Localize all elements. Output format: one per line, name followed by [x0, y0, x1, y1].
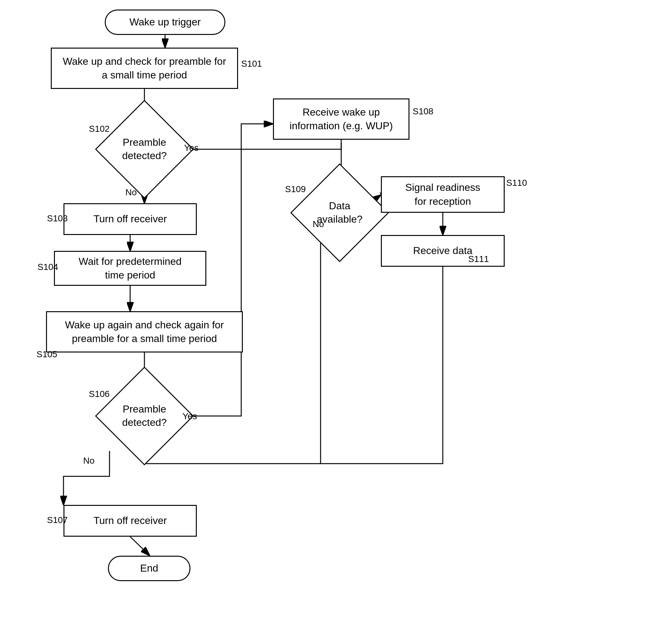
s109-label: Dataavailable? [306, 179, 374, 247]
s110-node: Signal readinessfor reception [381, 176, 505, 213]
s104-label: Wait for predeterminedtime period [79, 255, 182, 282]
s103-node: Turn off receiver [63, 203, 197, 235]
s107-label: Turn off receiver [93, 514, 167, 527]
s109-step: S109 [285, 184, 306, 194]
yes-s102-label: Yes [184, 143, 199, 153]
s109-node: Dataavailable? [290, 163, 389, 262]
s102-step: S102 [89, 124, 110, 134]
s107-step: S107 [47, 515, 68, 525]
s111-label: Receive data [413, 244, 473, 258]
s101-step: S101 [241, 59, 262, 69]
no-s109-label: No [313, 219, 324, 229]
s105-step: S105 [36, 349, 57, 359]
s102-label: Preambledetected? [111, 115, 178, 183]
s104-step: S104 [37, 262, 58, 272]
svg-line-7 [130, 537, 149, 555]
s108-step: S108 [413, 107, 433, 117]
wake-trigger-node: Wake up trigger [105, 9, 225, 35]
s103-step: S103 [47, 213, 68, 224]
s110-label: Signal readinessfor reception [405, 181, 480, 208]
s105-label: Wake up again and check again forpreambl… [65, 318, 224, 346]
s106-label: Preambledetected? [111, 382, 178, 450]
wake-trigger-label: Wake up trigger [129, 15, 201, 29]
s101-label: Wake up and check for preamble fora smal… [63, 55, 226, 82]
s105-node: Wake up again and check again forpreambl… [46, 311, 243, 352]
no-s102-label: No [125, 187, 137, 198]
s107-node: Turn off receiver [63, 505, 197, 537]
no-s106-label: No [83, 456, 95, 466]
s106-node: Preambledetected? [95, 367, 194, 465]
s111-step: S111 [468, 254, 489, 264]
yes-s106-label: Yes [183, 411, 197, 421]
s103-label: Turn off receiver [93, 212, 167, 226]
end-label: End [140, 561, 158, 575]
s108-node: Receive wake upinformation (e.g. WUP) [273, 98, 409, 140]
s106-step: S106 [89, 389, 110, 399]
s110-step: S110 [506, 178, 527, 188]
s108-label: Receive wake upinformation (e.g. WUP) [289, 106, 393, 133]
flowchart: Wake up trigger Wake up and check for pr… [0, 0, 651, 644]
s102-node: Preambledetected? [95, 100, 194, 199]
s104-node: Wait for predeterminedtime period [54, 251, 206, 286]
end-node: End [108, 556, 190, 581]
s101-node: Wake up and check for preamble fora smal… [51, 48, 238, 89]
